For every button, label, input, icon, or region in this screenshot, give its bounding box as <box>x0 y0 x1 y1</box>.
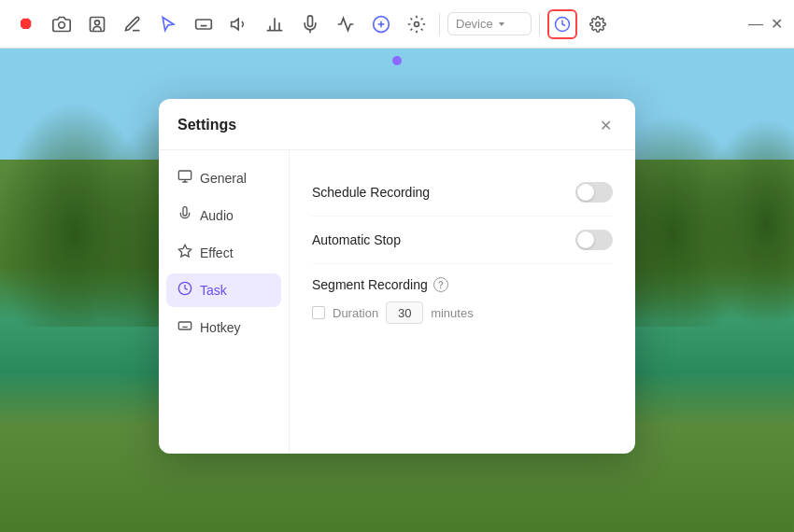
svg-rect-21 <box>178 322 191 329</box>
mic-icon[interactable] <box>295 9 325 39</box>
camera-icon[interactable] <box>47 9 77 39</box>
gear-icon[interactable] <box>583 9 613 39</box>
segment-recording-section: Segment Recording ? Duration minutes <box>312 264 613 324</box>
sidebar-item-effect[interactable]: Effect <box>166 236 281 270</box>
schedule-recording-toggle[interactable] <box>575 182 613 203</box>
effect-icon <box>177 244 192 262</box>
keyboard-icon[interactable] <box>189 9 219 39</box>
general-label: General <box>200 171 247 186</box>
device-select[interactable]: Device <box>447 12 532 35</box>
duration-input[interactable] <box>386 301 423 324</box>
task-icon <box>177 281 192 300</box>
modal-header: Settings ✕ <box>159 99 635 150</box>
sidebar-item-general[interactable]: General <box>166 161 281 195</box>
settings-modal: Settings ✕ General <box>159 99 635 454</box>
clock-icon[interactable] <box>547 9 577 39</box>
portrait-icon[interactable] <box>82 9 112 39</box>
automatic-stop-row: Automatic Stop <box>312 217 613 264</box>
modal-overlay: Settings ✕ General <box>0 49 794 532</box>
svg-rect-16 <box>178 171 191 179</box>
duration-unit: minutes <box>431 306 474 320</box>
effect-label: Effect <box>200 245 234 260</box>
duration-row: Duration minutes <box>312 301 613 324</box>
schedule-recording-row: Schedule Recording <box>312 169 613 217</box>
settings2-icon[interactable] <box>402 9 432 39</box>
cursor-icon[interactable] <box>153 9 183 39</box>
device-label: Device <box>456 17 493 31</box>
segment-recording-label: Segment Recording <box>312 277 428 292</box>
general-icon <box>177 169 192 188</box>
duration-checkbox[interactable] <box>312 306 325 319</box>
segment-help-icon[interactable]: ? <box>433 277 448 292</box>
svg-point-15 <box>596 21 601 26</box>
sidebar-item-task[interactable]: Task <box>166 273 281 307</box>
plugin-icon[interactable] <box>366 9 396 39</box>
modal-title: Settings <box>177 117 236 133</box>
divider-2 <box>539 13 540 35</box>
segment-recording-title-row: Segment Recording ? <box>312 277 613 292</box>
barchart-icon[interactable] <box>260 9 290 39</box>
svg-rect-3 <box>196 20 212 29</box>
svg-point-2 <box>95 20 100 24</box>
divider-1 <box>439 13 440 35</box>
close-button[interactable]: ✕ <box>770 18 783 31</box>
modal-body: General Audio <box>159 150 635 454</box>
schedule-recording-label: Schedule Recording <box>312 185 430 200</box>
audio-icon <box>177 206 192 225</box>
duration-label: Duration <box>333 306 378 320</box>
svg-marker-4 <box>232 19 239 30</box>
audio-wave-icon[interactable] <box>331 9 361 39</box>
toolbar: ⏺ <box>0 0 794 49</box>
settings-sidebar: General Audio <box>159 150 290 454</box>
svg-marker-19 <box>178 245 191 257</box>
minimize-button[interactable]: — <box>749 18 762 31</box>
automatic-stop-label: Automatic Stop <box>312 232 401 247</box>
close-button[interactable]: ✕ <box>594 114 617 136</box>
hotkey-label: Hotkey <box>200 320 241 335</box>
svg-point-13 <box>415 21 419 26</box>
audio-label: Audio <box>200 208 234 223</box>
window-controls: — ✕ <box>749 18 783 31</box>
sidebar-item-hotkey[interactable]: Hotkey <box>166 311 281 344</box>
automatic-stop-toggle[interactable] <box>575 230 613 250</box>
sidebar-item-audio[interactable]: Audio <box>166 199 281 232</box>
settings-content: Schedule Recording Automatic Stop Segmen… <box>290 150 635 454</box>
svg-point-0 <box>59 21 65 28</box>
volume-icon[interactable] <box>224 9 254 39</box>
hotkey-icon <box>177 318 192 337</box>
task-label: Task <box>200 283 227 298</box>
record-icon[interactable]: ⏺ <box>11 9 41 39</box>
pen-icon[interactable] <box>118 9 148 39</box>
